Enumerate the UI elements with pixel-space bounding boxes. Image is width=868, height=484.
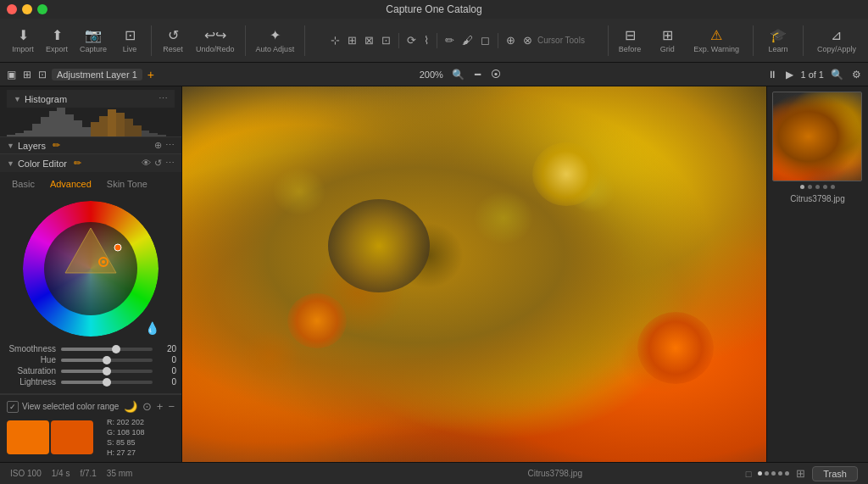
- cursor-tool-straighten[interactable]: ⌇: [421, 33, 431, 47]
- page-counter: 1 of 1: [800, 70, 824, 80]
- compare-view-icon[interactable]: ⊡: [36, 67, 48, 82]
- lightness-track[interactable]: [61, 381, 153, 384]
- before-button[interactable]: ⊟ Before: [614, 25, 647, 55]
- saturation-fill: [61, 370, 107, 373]
- cursor-tool-select[interactable]: ⊹: [328, 33, 342, 47]
- learn-label: Learn: [768, 45, 787, 53]
- import-button[interactable]: ⬇ Import: [7, 24, 39, 57]
- view-range-icon-add[interactable]: +: [157, 400, 164, 413]
- main-toolbar: ⬇ Import ⬆ Export 📷 Capture ⊡ Live ↺ Res…: [0, 19, 868, 63]
- viewer-toolbar-left: ▣ ⊞ ⊡ Adjustment Layer 1 +: [5, 66, 156, 83]
- cursor-tool-transform[interactable]: ⊡: [379, 33, 393, 47]
- cursor-tool-eraser[interactable]: ◻: [478, 33, 492, 47]
- cursor-tool-rotate[interactable]: ⟳: [404, 33, 419, 47]
- grid-icon: ⊞: [662, 27, 673, 43]
- color-editor-reset-icon[interactable]: ↺: [154, 158, 162, 169]
- swatch-2[interactable]: [51, 420, 93, 454]
- color-editor-header[interactable]: ▼ Color Editor ✏ 👁 ↺ ⋯: [0, 154, 181, 172]
- grid-view-icon[interactable]: ⊞: [21, 67, 33, 82]
- view-range-icons: 🌙 ⊙ + −: [124, 400, 175, 413]
- hue-label: Hue: [5, 355, 56, 364]
- import-icon: ⬇: [18, 27, 29, 43]
- view-range-icon-sub[interactable]: −: [168, 400, 175, 413]
- status-grid-icon[interactable]: ⊞: [796, 467, 805, 480]
- cursor-tool-lasso[interactable]: ⊞: [345, 33, 359, 47]
- live-label: Live: [123, 45, 137, 53]
- color-wheel-svg: [23, 201, 159, 337]
- layers-menu-icon[interactable]: ⋯: [165, 140, 175, 151]
- export-button[interactable]: ⬆ Export: [41, 24, 73, 57]
- add-layer-button[interactable]: +: [146, 66, 156, 83]
- cursor-tools-label: Cursor Tools: [537, 36, 585, 45]
- play-icon[interactable]: ▶: [784, 67, 795, 82]
- color-editor-eye-icon[interactable]: 👁: [142, 158, 151, 169]
- main-image[interactable]: [182, 86, 766, 462]
- cursor-tool-crop[interactable]: ⊠: [362, 33, 376, 47]
- cursor-tools-group: ⊹ ⊞ ⊠ ⊡ ⟳ ⌇ ✏ 🖌 ◻ ⊕ ⊗ Cursor Tools: [310, 33, 603, 48]
- lightness-slider-row: Lightness 0: [5, 376, 176, 387]
- view-range-icon-1[interactable]: 🌙: [124, 400, 137, 413]
- color-picker-icon[interactable]: ⦿: [489, 67, 503, 82]
- lightness-thumb[interactable]: [103, 378, 111, 387]
- hue-thumb[interactable]: [103, 356, 111, 364]
- smoothness-track[interactable]: [61, 348, 153, 351]
- auto-adjust-button[interactable]: ✦ Auto Adjust: [251, 24, 300, 57]
- zoom-slider-icon[interactable]: ━: [473, 67, 482, 82]
- import-label: Import: [12, 45, 34, 53]
- layers-edit-icon[interactable]: ✏: [53, 140, 60, 151]
- saturation-track[interactable]: [61, 370, 153, 373]
- histogram-menu-icon[interactable]: ⋯: [159, 93, 168, 104]
- tab-basic[interactable]: Basic: [5, 177, 42, 191]
- reset-button[interactable]: ↺ Reset: [157, 24, 189, 57]
- copy-apply-button[interactable]: ⊿ Copy/Apply: [812, 25, 861, 55]
- hue-slider-row: Hue 0: [5, 354, 176, 365]
- tab-skin-tone[interactable]: Skin Tone: [100, 177, 154, 191]
- histogram-header[interactable]: ▼ Histogram ⋯: [7, 90, 175, 108]
- color-editor-icons: 👁 ↺ ⋯: [142, 158, 175, 169]
- trash-button[interactable]: Trash: [812, 466, 858, 481]
- thumbnail-image[interactable]: [772, 92, 862, 181]
- orange-2: [637, 312, 714, 384]
- smoothness-thumb[interactable]: [112, 345, 120, 353]
- saturation-thumb[interactable]: [103, 367, 111, 376]
- image-area[interactable]: [182, 86, 766, 462]
- smoothness-value: 20: [158, 344, 176, 353]
- grid-button[interactable]: ⊞ Grid: [651, 25, 683, 55]
- cursor-tool-pen[interactable]: ✏: [442, 33, 457, 47]
- hue-track[interactable]: [61, 359, 153, 362]
- view-range-checkbox[interactable]: ✓: [7, 401, 19, 413]
- capture-button[interactable]: 📷 Capture: [75, 24, 112, 57]
- color-wheel-container: 💧: [5, 201, 176, 337]
- titlebar: Capture One Catalog: [0, 0, 868, 19]
- close-button[interactable]: [7, 4, 17, 14]
- learn-button[interactable]: 🎓 Learn: [762, 25, 794, 55]
- swatch-1[interactable]: [7, 420, 49, 454]
- undo-redo-button[interactable]: ↩↪ Undo/Redo: [191, 24, 240, 57]
- layers-add-icon[interactable]: ⊕: [154, 140, 162, 151]
- cursor-tool-heal[interactable]: ⊗: [520, 33, 535, 47]
- color-wheel[interactable]: [23, 201, 159, 337]
- maximize-button[interactable]: [37, 4, 47, 14]
- pause-icon[interactable]: ⏸: [765, 67, 779, 82]
- undo-redo-icon: ↩↪: [204, 27, 226, 43]
- minimize-button[interactable]: [22, 4, 32, 14]
- exp-warning-button[interactable]: ⚠ Exp. Warning: [688, 25, 744, 55]
- thumbnail-dots: [772, 181, 863, 192]
- search-icon[interactable]: 🔍: [829, 67, 845, 82]
- export-icon: ⬆: [52, 27, 63, 43]
- thumb-dot-2: [808, 185, 812, 189]
- status-info-left: ISO 100 1/4 s f/7.1 35 mm: [10, 469, 364, 478]
- single-view-icon[interactable]: ▣: [5, 67, 18, 82]
- traffic-lights[interactable]: [7, 4, 47, 14]
- cursor-tool-brush[interactable]: 🖌: [459, 33, 476, 47]
- cursor-tool-clone[interactable]: ⊕: [504, 33, 518, 47]
- color-editor-menu-icon[interactable]: ⋯: [165, 158, 175, 169]
- view-range-icon-2[interactable]: ⊙: [142, 400, 152, 413]
- learn-icon: 🎓: [770, 27, 787, 43]
- histogram-section: ▼ Histogram ⋯: [0, 86, 181, 137]
- zoom-fit-icon[interactable]: 🔍: [450, 67, 466, 82]
- settings-icon[interactable]: ⚙: [850, 67, 863, 82]
- live-button[interactable]: ⊡ Live: [114, 24, 146, 57]
- color-picker-dropper-icon[interactable]: 💧: [145, 321, 159, 335]
- tab-advanced[interactable]: Advanced: [43, 177, 98, 191]
